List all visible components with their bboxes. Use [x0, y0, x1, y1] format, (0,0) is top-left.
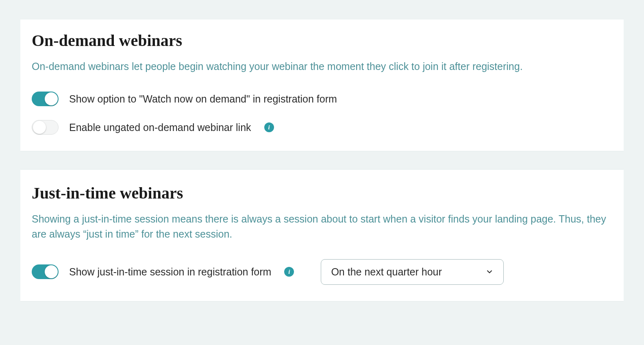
- toggle-knob: [45, 265, 58, 278]
- label-show-jit: Show just-in-time session in registratio…: [69, 266, 271, 278]
- toggle-show-jit[interactable]: [32, 264, 59, 279]
- jit-timing-select[interactable]: On the next quarter hour: [321, 259, 504, 285]
- on-demand-section: On-demand webinars On-demand webinars le…: [20, 20, 624, 151]
- label-show-watch-now: Show option to "Watch now on demand" in …: [69, 93, 337, 105]
- toggle-ungated-link[interactable]: [32, 120, 59, 135]
- option-row-ungated-link: Enable ungated on-demand webinar link i: [32, 120, 612, 135]
- info-icon[interactable]: i: [264, 122, 274, 132]
- just-in-time-section: Just-in-time webinars Showing a just-in-…: [20, 169, 624, 301]
- chevron-down-icon: [485, 268, 494, 276]
- info-icon[interactable]: i: [284, 267, 294, 277]
- section-title-on-demand: On-demand webinars: [32, 31, 612, 50]
- toggle-knob: [33, 121, 46, 134]
- jit-timing-selected-value: On the next quarter hour: [331, 266, 442, 278]
- section-description-jit: Showing a just-in-time session means the…: [32, 212, 612, 241]
- toggle-show-watch-now[interactable]: [32, 92, 59, 106]
- option-row-watch-now: Show option to "Watch now on demand" in …: [32, 92, 612, 106]
- section-title-jit: Just-in-time webinars: [32, 183, 612, 203]
- toggle-knob: [45, 92, 58, 105]
- section-description-on-demand: On-demand webinars let people begin watc…: [32, 59, 612, 74]
- label-ungated-link: Enable ungated on-demand webinar link: [69, 122, 251, 133]
- option-row-show-jit: Show just-in-time session in registratio…: [32, 259, 612, 285]
